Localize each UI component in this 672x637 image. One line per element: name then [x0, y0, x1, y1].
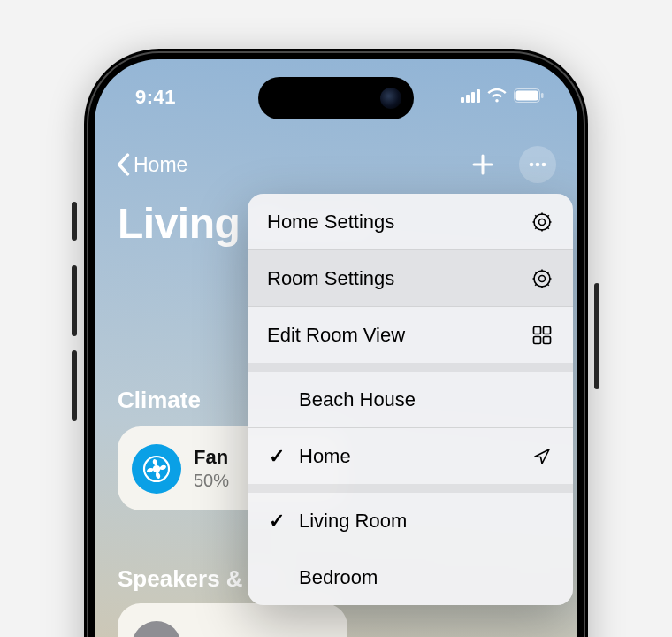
- menu-edit-room-view[interactable]: Edit Room View: [248, 307, 573, 363]
- battery-icon: [514, 88, 544, 103]
- context-menu: Home Settings Room Settings Edit Room Vi…: [248, 194, 573, 605]
- tile-appletv-name: Apple TV: [194, 633, 278, 637]
- gear-icon: [531, 267, 554, 290]
- appletv-icon: [132, 621, 181, 638]
- tile-fan-status: 50%: [194, 470, 229, 491]
- tile-fan-name: Fan: [194, 446, 229, 469]
- menu-room-settings[interactable]: Room Settings: [248, 250, 573, 306]
- svg-point-4: [536, 163, 540, 167]
- front-camera: [380, 88, 401, 109]
- nav-bar: Home: [95, 143, 577, 186]
- gear-icon: [531, 211, 554, 234]
- svg-rect-32: [534, 336, 541, 343]
- svg-point-3: [530, 163, 534, 167]
- volume-down-button: [72, 350, 77, 421]
- cellular-icon: [461, 88, 480, 103]
- svg-point-7: [154, 466, 159, 472]
- svg-rect-2: [541, 93, 544, 98]
- svg-rect-1: [516, 91, 538, 101]
- screen: 9:41 Home Living Room Climate: [95, 59, 577, 637]
- phone-frame: 9:41 Home Living Room Climate: [84, 49, 588, 637]
- menu-home-settings[interactable]: Home Settings: [248, 194, 573, 249]
- location-icon: [531, 445, 554, 468]
- svg-point-5: [542, 163, 546, 167]
- back-button[interactable]: Home: [116, 153, 187, 177]
- svg-rect-30: [534, 326, 541, 334]
- menu-home-home[interactable]: ✓ Home: [248, 428, 573, 484]
- status-time: 9:41: [135, 86, 176, 109]
- mute-switch: [72, 202, 77, 241]
- tile-appletv[interactable]: Apple TV: [118, 603, 347, 637]
- back-label: Home: [134, 153, 187, 177]
- svg-point-21: [539, 275, 546, 281]
- grid-icon: [531, 324, 554, 347]
- check-icon: ✓: [267, 510, 286, 533]
- svg-rect-33: [544, 336, 551, 343]
- more-button[interactable]: [519, 146, 556, 183]
- svg-point-11: [539, 219, 546, 225]
- section-climate-label: Climate: [118, 387, 201, 414]
- check-icon: ✓: [267, 445, 286, 468]
- plus-icon: [470, 152, 495, 177]
- fan-icon: [132, 444, 181, 494]
- menu-home-beachhouse[interactable]: Beach House: [248, 372, 573, 427]
- wifi-icon: [487, 88, 507, 103]
- chevron-left-icon: [116, 153, 130, 176]
- power-button: [594, 283, 599, 389]
- ellipsis-icon: [527, 154, 548, 175]
- svg-rect-31: [544, 326, 551, 334]
- dynamic-island: [258, 77, 414, 119]
- add-button[interactable]: [464, 146, 501, 183]
- menu-room-livingroom[interactable]: ✓ Living Room: [248, 493, 573, 549]
- menu-room-bedroom[interactable]: Bedroom: [248, 549, 573, 605]
- volume-up-button: [72, 265, 77, 336]
